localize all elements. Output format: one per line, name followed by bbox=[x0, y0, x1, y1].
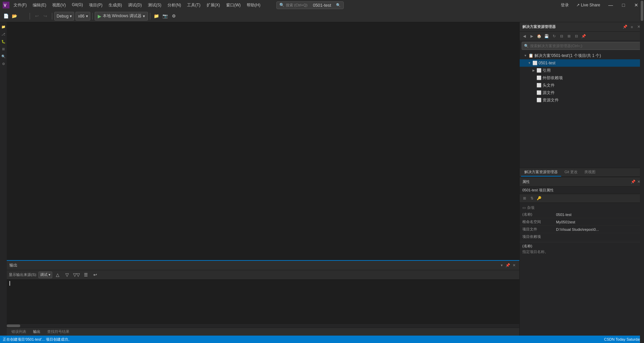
properties-content: ▭ 杂项 (名称) 0501-test 根命名空间 My0501test 项目文… bbox=[520, 203, 644, 336]
live-share-button[interactable]: ↗ Live Share bbox=[574, 2, 603, 8]
login-button[interactable]: 登录 bbox=[559, 2, 571, 9]
menu-test[interactable]: 测试(S) bbox=[145, 1, 164, 9]
menu-tools[interactable]: 工具(T) bbox=[184, 1, 203, 9]
tab-solution-explorer[interactable]: 解决方案资源管理器 bbox=[521, 168, 561, 177]
output-wrap-button[interactable]: ↩ bbox=[91, 271, 99, 279]
output-pin-button[interactable]: 📌 bbox=[505, 263, 511, 268]
menu-build[interactable]: 生成(B) bbox=[106, 1, 125, 9]
sol-refresh-button[interactable]: ↻ bbox=[551, 33, 557, 39]
config-label: Debug bbox=[57, 14, 68, 19]
output-down-button[interactable]: ▽ bbox=[63, 271, 71, 279]
activity-settings[interactable]: ⚙ bbox=[0, 61, 6, 67]
output-cursor bbox=[9, 281, 10, 286]
activity-solution-explorer[interactable]: 📁 bbox=[0, 24, 6, 30]
window-maximize-button[interactable]: □ bbox=[618, 0, 628, 10]
resource-files-label: 资源文件 bbox=[543, 97, 559, 103]
menu-git[interactable]: Git(G) bbox=[69, 1, 86, 9]
sol-explorer-pin-button[interactable]: 📌 bbox=[622, 24, 628, 30]
undo-button[interactable]: ↩ bbox=[33, 12, 41, 20]
menu-window[interactable]: 窗口(W) bbox=[223, 1, 243, 9]
prop-name-value: 0501-test bbox=[556, 213, 641, 217]
right-panel: 解决方案资源管理器 📌 ≡ ✕ ◀ ▶ 🏠 💾 ↻ ⊟ ⊞ ⊟ 📌 🔍 bbox=[519, 22, 644, 336]
tab-error-list[interactable]: 错误列表 bbox=[8, 328, 30, 335]
tab-git-changes[interactable]: Git 更改 bbox=[561, 168, 581, 177]
prop-section-misc[interactable]: ▭ 杂项 bbox=[520, 204, 644, 211]
main-toolbar: 📄 📂 ↩ ↪ Debug ▾ x86 ▾ ▶ 本地 Windows 调试器 ▾… bbox=[0, 10, 644, 22]
prop-grid-button[interactable]: ⊞ bbox=[521, 195, 528, 202]
config-dropdown[interactable]: Debug ▾ bbox=[54, 12, 74, 21]
menu-debug[interactable]: 调试(D) bbox=[125, 1, 145, 9]
output-header-buttons: ▾ 📌 ✕ bbox=[499, 263, 517, 268]
search-icon: 🔍 bbox=[279, 3, 284, 7]
tab-find-symbol[interactable]: 查找符号结果 bbox=[44, 328, 73, 335]
window-minimize-button[interactable]: — bbox=[606, 0, 616, 10]
solution-search-box[interactable]: 🔍 bbox=[522, 42, 642, 50]
sol-back-button[interactable]: ◀ bbox=[521, 33, 528, 39]
hscroll-thumb bbox=[7, 324, 20, 327]
menu-analyze[interactable]: 分析(N) bbox=[165, 1, 184, 9]
output-clear-button[interactable]: ☰ bbox=[82, 271, 90, 279]
editor-area: 输出 ▾ 📌 ✕ 显示输出来源(S): 调试 ▾ △ ▽ ▽▽ ☰ ↩ bbox=[7, 22, 519, 336]
prop-filter-button[interactable]: 🔑 bbox=[536, 195, 543, 202]
prop-desc-name: (名称) bbox=[522, 244, 641, 249]
sol-active-button[interactable]: 📌 bbox=[580, 33, 587, 39]
tab-output[interactable]: 输出 bbox=[30, 328, 44, 335]
output-scrollbar[interactable] bbox=[640, 22, 644, 336]
separator-2 bbox=[52, 13, 52, 20]
tree-resource-files[interactable]: ⬜ 资源文件 bbox=[520, 96, 644, 104]
output-collapse-button[interactable]: ▾ bbox=[499, 263, 504, 268]
activity-search[interactable]: 🔍 bbox=[0, 53, 6, 59]
open-folder-button[interactable]: 📁 bbox=[152, 12, 160, 20]
run-target-button[interactable]: ▶ 本地 Windows 调试器 ▾ bbox=[95, 12, 148, 21]
output-content[interactable] bbox=[7, 280, 519, 323]
sol-forward-button[interactable]: ▶ bbox=[528, 33, 535, 39]
redo-button[interactable]: ↪ bbox=[41, 12, 49, 20]
tree-project[interactable]: ▼ ⬜ 0501-test bbox=[520, 59, 644, 67]
editor-canvas[interactable] bbox=[7, 22, 519, 260]
menu-help[interactable]: 帮助(H) bbox=[244, 1, 263, 9]
tree-source-files[interactable]: ⬜ 源文件 bbox=[520, 89, 644, 96]
menu-view[interactable]: 视图(V) bbox=[50, 1, 68, 9]
solution-search-input[interactable] bbox=[530, 44, 640, 48]
sol-home-button[interactable]: 🏠 bbox=[536, 33, 543, 39]
output-close-button[interactable]: ✕ bbox=[511, 263, 517, 268]
menu-file[interactable]: 文件(F) bbox=[11, 1, 29, 9]
tree-references[interactable]: ▶ ⬜ 引用 bbox=[520, 67, 644, 74]
tree-solution-root[interactable]: ▼ 📋 解决方案'0501-test'(1 个项目/共 1 个) bbox=[520, 52, 644, 59]
new-project-button[interactable]: 📄 bbox=[2, 12, 10, 20]
output-up-button[interactable]: △ bbox=[54, 271, 62, 279]
sol-collapse-button[interactable]: ⊟ bbox=[558, 33, 565, 39]
status-csdn: CSDN Today Saturday bbox=[604, 337, 641, 341]
sol-show-all-button[interactable]: ⊞ bbox=[565, 33, 572, 39]
open-button[interactable]: 📂 bbox=[10, 12, 19, 20]
ext-deps-label: 外部依赖项 bbox=[543, 75, 563, 81]
global-search-box[interactable]: 🔍 搜索 (Ctrl+Q) 🔍 bbox=[276, 1, 344, 9]
menu-edit[interactable]: 编辑(E) bbox=[30, 1, 49, 9]
menu-project[interactable]: 项目(P) bbox=[86, 1, 105, 9]
output-source-select[interactable]: 调试 ▾ bbox=[38, 272, 52, 278]
sol-filter-button[interactable]: ⊟ bbox=[573, 33, 580, 39]
platform-dropdown[interactable]: x86 ▾ bbox=[75, 12, 90, 21]
output-horizontal-scrollbar[interactable] bbox=[7, 323, 519, 328]
prop-desc-text: 指定项目名称。 bbox=[522, 249, 641, 254]
properties-description: (名称) 指定项目名称。 bbox=[520, 242, 644, 256]
tab-class-view[interactable]: 类视图 bbox=[581, 168, 599, 177]
settings-button[interactable]: ⚙ bbox=[170, 12, 178, 20]
activity-git[interactable]: ⎇ bbox=[0, 31, 6, 37]
prop-sort-button[interactable]: ⇅ bbox=[528, 195, 535, 202]
activity-debug[interactable]: 🐛 bbox=[0, 38, 6, 44]
prop-pin-button[interactable]: 📌 bbox=[631, 179, 636, 185]
sol-explorer-menu-button[interactable]: ≡ bbox=[629, 24, 635, 30]
sol-save-button[interactable]: 💾 bbox=[543, 33, 550, 39]
solution-label: 解决方案'0501-test'(1 个项目/共 1 个) bbox=[534, 53, 601, 59]
tree-header-files[interactable]: ⬜ 头文件 bbox=[520, 82, 644, 89]
title-bar: V 文件(F) 编辑(E) 视图(V) Git(G) 项目(P) 生成(B) 调… bbox=[0, 0, 644, 10]
screenshot-button[interactable]: 📷 bbox=[161, 12, 169, 20]
tree-external-deps[interactable]: ⬜ 外部依赖项 bbox=[520, 74, 644, 82]
activity-bar: 📁 ⎇ 🐛 ⊞ 🔍 ⚙ bbox=[0, 22, 7, 336]
activity-extensions[interactable]: ⊞ bbox=[0, 46, 6, 52]
output-end-button[interactable]: ▽▽ bbox=[72, 271, 81, 279]
menu-extensions[interactable]: 扩展(X) bbox=[204, 1, 223, 9]
run-target-label: 本地 Windows 调试器 bbox=[103, 13, 142, 19]
main-area: 📁 ⎇ 🐛 ⊞ 🔍 ⚙ 输出 ▾ 📌 ✕ 显示输出来源(S): 调试 bbox=[0, 22, 644, 336]
